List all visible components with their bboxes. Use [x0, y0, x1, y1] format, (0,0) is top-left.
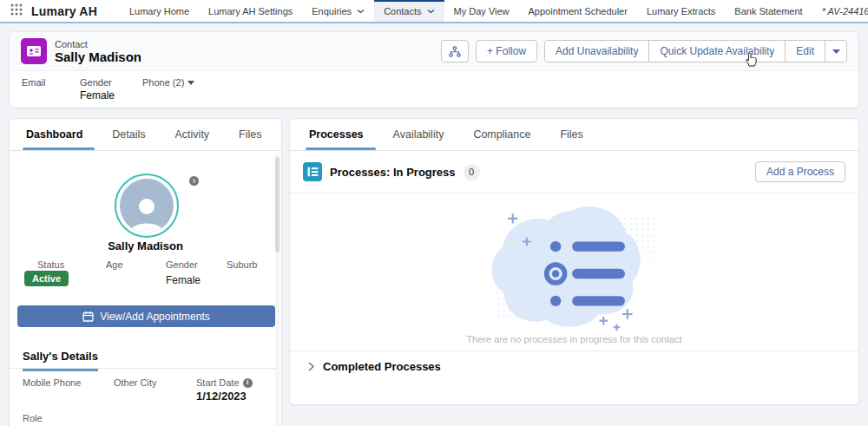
app-name: Lumary AH	[31, 4, 97, 18]
tab-availability[interactable]: Availability	[393, 128, 444, 150]
nav-tab-bank-statement[interactable]: Bank Statement	[725, 0, 812, 22]
value-gender: Female	[166, 274, 201, 286]
processes-panel: Processes Availability Compliance Files …	[289, 118, 859, 405]
scrollbar-track[interactable]	[275, 154, 279, 426]
right-panel-tabs: Processes Availability Compliance Files	[290, 119, 858, 151]
contact-entity-icon	[21, 38, 47, 64]
status-badge: Active	[24, 271, 69, 286]
record-title-block: Contact Sally Madison	[55, 39, 141, 64]
label-age: Age	[106, 259, 123, 270]
nav-tab-lumary-extracts[interactable]: Lumary Extracts	[637, 0, 725, 22]
org-tree-icon	[449, 46, 461, 57]
label-status: Status	[37, 259, 64, 270]
profile-name: Sally Madison	[10, 239, 281, 252]
chevron-down-icon[interactable]	[427, 9, 435, 14]
chevron-right-icon	[308, 362, 314, 371]
divider	[10, 368, 281, 369]
app-launcher-icon[interactable]	[10, 3, 23, 19]
divider	[290, 351, 858, 351]
label-suburb: Suburb	[227, 259, 257, 270]
avatar	[115, 174, 179, 238]
entity-label: Contact	[55, 39, 141, 50]
nav-tab-appointment-scheduler[interactable]: Appointment Scheduler	[519, 0, 637, 22]
tab-files[interactable]: Files	[239, 128, 261, 150]
nav-tab-lumary-home[interactable]: Lumary Home	[120, 0, 199, 22]
header-action-buttons: + Follow Add Unavailability Quick Update…	[441, 40, 847, 62]
nav-tab-contacts[interactable]: Contacts	[374, 0, 444, 22]
tab-details[interactable]: Details	[112, 128, 145, 150]
person-silhouette-icon	[120, 179, 174, 233]
value-start-date: 1/12/2023	[196, 390, 247, 403]
label-gender: Gender	[166, 259, 198, 270]
tab-dashboard[interactable]: Dashboard	[26, 128, 82, 150]
caret-down-icon	[832, 49, 840, 54]
record-actions-group: Add Unavailability Quick Update Availabi…	[544, 40, 847, 62]
left-panel-tabs: Dashboard Details Activity Files	[10, 119, 281, 151]
processes-in-progress-header: Processes: In Progress 0 Add a Process	[290, 151, 858, 193]
scrollbar-thumb[interactable]	[275, 157, 279, 252]
chevron-down-icon[interactable]	[357, 9, 365, 14]
add-unavailability-button[interactable]: Add Unavailability	[544, 40, 649, 62]
label-start-date: Start Date i	[196, 377, 253, 388]
info-icon[interactable]: i	[243, 378, 253, 388]
contact-dashboard-panel: Dashboard Details Activity Files i Sally…	[9, 118, 282, 426]
record-name: Sally Madison	[55, 50, 141, 64]
info-icon[interactable]: i	[189, 176, 199, 186]
field-gender: Gender Female	[80, 77, 142, 102]
in-progress-count-badge: 0	[464, 164, 480, 180]
label-other-city: Other City	[114, 377, 157, 388]
label-role: Role	[23, 413, 43, 423]
add-a-process-button[interactable]: Add a Process	[755, 161, 845, 182]
follow-button[interactable]: + Follow	[476, 40, 537, 62]
empty-state-illustration	[475, 200, 674, 335]
label-mobile-phone: Mobile Phone	[23, 377, 81, 388]
empty-state-message: There are no processes in progress for t…	[290, 334, 858, 344]
field-email: Email	[22, 77, 80, 102]
view-hierarchy-button[interactable]	[441, 40, 469, 62]
highlights-fields: Email Gender Female Phone (2)	[10, 71, 858, 102]
quick-update-availability-button[interactable]: Quick Update Availability	[648, 40, 786, 62]
section-title: Processes: In Progress	[330, 166, 456, 179]
tab-processes[interactable]: Processes	[309, 128, 364, 150]
more-actions-button[interactable]	[825, 40, 847, 62]
calendar-icon	[82, 311, 94, 322]
view-add-appointments-button[interactable]: View/Add Appointments	[17, 305, 275, 327]
tab-activity[interactable]: Activity	[175, 128, 210, 150]
nav-tab-my-day-view[interactable]: My Day View	[444, 0, 519, 22]
nav-tab-enquiries[interactable]: Enquiries	[302, 0, 374, 22]
completed-processes-section[interactable]: Completed Processes	[308, 360, 441, 373]
global-navigation-bar: Lumary AH Lumary Home Lumary AH Settings…	[0, 0, 868, 23]
waffle-grid-icon	[10, 3, 23, 16]
workspace-tab-availability[interactable]: * AV-24416 | Availability	[812, 0, 868, 22]
process-list-icon	[303, 162, 322, 181]
edit-button[interactable]: Edit	[785, 40, 825, 62]
tab-compliance[interactable]: Compliance	[473, 128, 530, 150]
nav-tab-lumary-ah-settings[interactable]: Lumary AH Settings	[199, 0, 302, 22]
field-phone[interactable]: Phone (2)	[142, 77, 194, 102]
caret-down-icon[interactable]	[187, 81, 194, 85]
record-header: Contact Sally Madison + Follow Add Unava…	[10, 32, 858, 71]
tab-files-right[interactable]: Files	[560, 128, 582, 150]
record-highlights-panel: Contact Sally Madison + Follow Add Unava…	[9, 31, 859, 108]
